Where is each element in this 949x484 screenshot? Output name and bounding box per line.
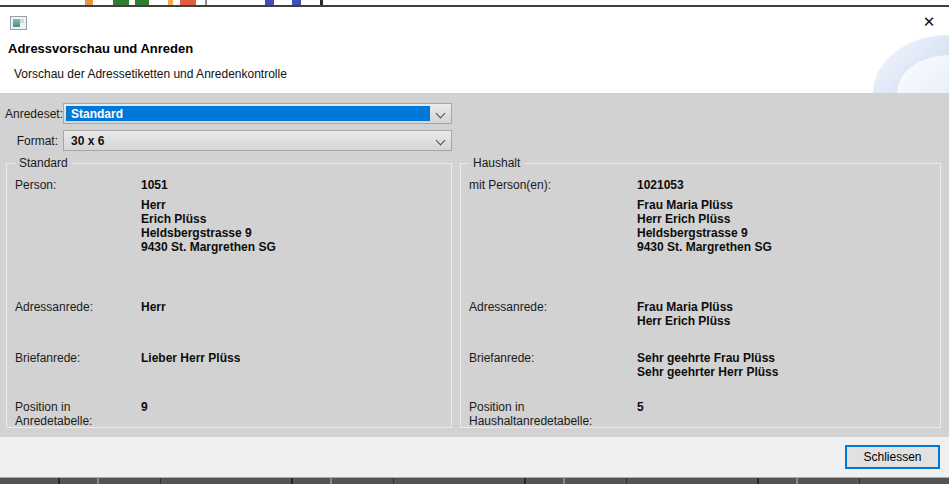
background-app-bottom-strip [0,477,949,484]
window-icon-pane [20,19,24,23]
standard-person-block: Person: 1051 Herr Erich Plüss Heldsbergs… [15,164,443,300]
haushalt-position-row: Position in Haushaltanredetabelle: 5 [469,400,932,428]
person-id: 1051 [141,178,168,192]
page-title: Adressvorschau und Anreden [8,41,193,56]
position-value: 9 [141,400,148,428]
dialog-body: Anredeset: Standard Format: 30 x 6 Stand… [0,93,949,437]
adressvorschau-dialog: ✕ Adressvorschau und Anreden Vorschau de… [0,7,949,477]
chevron-down-icon[interactable] [436,109,446,119]
format-label: Format: [5,134,58,148]
page-subtitle: Vorschau der Adressetiketten und Anreden… [14,67,287,81]
anredeset-label: Anredeset: [5,107,58,121]
haushalt-groupbox: Haushalt mit Person(en): 1021053 Frau Ma… [460,163,941,428]
briefanrede-value: Lieber Herr Plüss [141,351,240,365]
format-row: Format: 30 x 6 [5,130,949,151]
briefanrede-label: Briefanrede: [15,351,141,365]
standard-groupbox: Standard Person: 1051 Herr Erich Plüss H… [6,163,452,428]
position-value: 5 [637,400,644,428]
briefanrede-value: Sehr geehrte Frau Plüss Sehr geehrter He… [637,351,778,379]
position-label: Position in Anredetabelle: [15,400,141,428]
standard-adressanrede-block: Adressanrede: Herr [15,300,443,351]
format-selected-value: 30 x 6 [71,131,104,150]
preview-panels: Standard Person: 1051 Herr Erich Plüss H… [6,163,941,428]
adressanrede-value: Herr [141,300,166,314]
haushalt-adressanrede-block: Adressanrede: Frau Maria Plüss Herr Eric… [469,300,932,351]
address-block: Herr Erich Plüss Heldsbergstrasse 9 9430… [141,198,276,254]
adressanrede-label: Adressanrede: [15,300,141,314]
haushalt-person-block: mit Person(en): 1021053 Frau Maria Plüss… [469,164,932,300]
window-icon-pane [13,19,20,27]
background-app-top-strip [0,0,949,7]
person-label: mit Person(en): [469,178,637,192]
window-icon [10,16,27,30]
dialog-footer: Schliessen [0,437,949,477]
standard-position-row: Position in Anredetabelle: 9 [15,400,443,428]
briefanrede-label: Briefanrede: [469,351,637,379]
adressanrede-label: Adressanrede: [469,300,637,328]
person-label: Person: [15,178,141,192]
close-icon[interactable]: ✕ [918,11,940,33]
screen: ✕ Adressvorschau und Anreden Vorschau de… [0,0,949,484]
haushalt-briefanrede-block: Briefanrede: Sehr geehrte Frau Plüss Seh… [469,351,932,400]
format-select[interactable]: 30 x 6 [63,130,452,151]
person-id: 1021053 [637,178,684,192]
schliessen-button[interactable]: Schliessen [845,445,940,469]
haushalt-groupbox-legend: Haushalt [469,157,524,170]
chevron-down-icon[interactable] [436,136,446,146]
standard-briefanrede-block: Briefanrede: Lieber Herr Plüss [15,351,443,400]
position-label: Position in Haushaltanredetabelle: [469,400,637,428]
background-statusbar-fragments [0,478,949,484]
standard-groupbox-legend: Standard [15,157,72,170]
adressanrede-value: Frau Maria Plüss Herr Erich Plüss [637,300,733,328]
anredeset-selected-value: Standard [66,106,430,121]
address-block: Frau Maria Plüss Herr Erich Plüss Heldsb… [637,198,772,254]
anredeset-select[interactable]: Standard [63,103,452,124]
dialog-header: ✕ Adressvorschau und Anreden Vorschau de… [0,7,949,93]
anredeset-row: Anredeset: Standard [5,103,949,124]
